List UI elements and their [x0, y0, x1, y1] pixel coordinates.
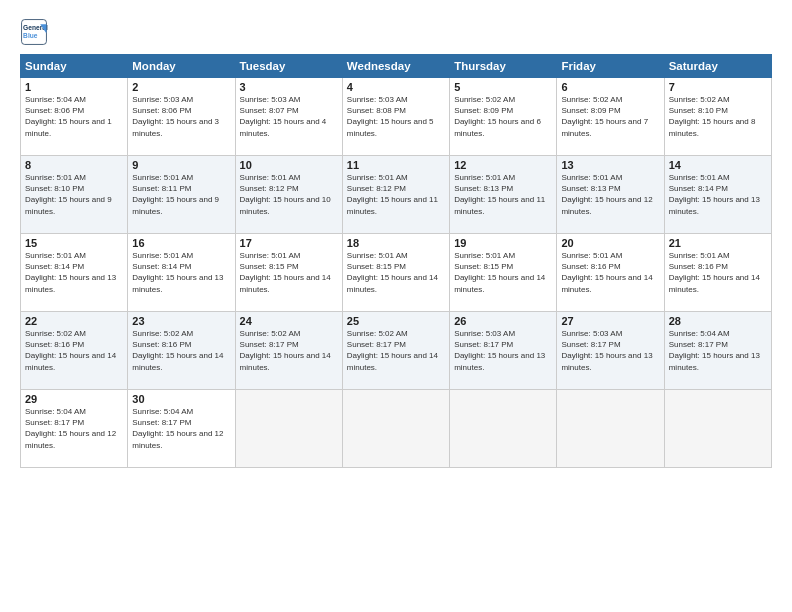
calendar-week-row: 15 Sunrise: 5:01 AMSunset: 8:14 PMDaylig…: [21, 234, 772, 312]
calendar-week-row: 29 Sunrise: 5:04 AMSunset: 8:17 PMDaylig…: [21, 390, 772, 468]
day-info: Sunrise: 5:01 AMSunset: 8:16 PMDaylight:…: [561, 251, 652, 294]
day-number: 9: [132, 159, 230, 171]
day-number: 28: [669, 315, 767, 327]
calendar-cell: 24 Sunrise: 5:02 AMSunset: 8:17 PMDaylig…: [235, 312, 342, 390]
weekday-header: Tuesday: [235, 55, 342, 78]
day-info: Sunrise: 5:02 AMSunset: 8:10 PMDaylight:…: [669, 95, 756, 138]
day-number: 30: [132, 393, 230, 405]
calendar-cell: 8 Sunrise: 5:01 AMSunset: 8:10 PMDayligh…: [21, 156, 128, 234]
day-number: 3: [240, 81, 338, 93]
day-info: Sunrise: 5:03 AMSunset: 8:06 PMDaylight:…: [132, 95, 219, 138]
day-number: 14: [669, 159, 767, 171]
day-number: 17: [240, 237, 338, 249]
calendar-cell: 3 Sunrise: 5:03 AMSunset: 8:07 PMDayligh…: [235, 78, 342, 156]
day-info: Sunrise: 5:01 AMSunset: 8:10 PMDaylight:…: [25, 173, 112, 216]
day-info: Sunrise: 5:03 AMSunset: 8:17 PMDaylight:…: [454, 329, 545, 372]
calendar-cell: 1 Sunrise: 5:04 AMSunset: 8:06 PMDayligh…: [21, 78, 128, 156]
weekday-header-row: SundayMondayTuesdayWednesdayThursdayFrid…: [21, 55, 772, 78]
day-number: 29: [25, 393, 123, 405]
weekday-header: Wednesday: [342, 55, 449, 78]
day-info: Sunrise: 5:01 AMSunset: 8:12 PMDaylight:…: [347, 173, 438, 216]
calendar-cell: 12 Sunrise: 5:01 AMSunset: 8:13 PMDaylig…: [450, 156, 557, 234]
calendar-cell: 15 Sunrise: 5:01 AMSunset: 8:14 PMDaylig…: [21, 234, 128, 312]
day-info: Sunrise: 5:01 AMSunset: 8:14 PMDaylight:…: [25, 251, 116, 294]
calendar-cell: 7 Sunrise: 5:02 AMSunset: 8:10 PMDayligh…: [664, 78, 771, 156]
day-info: Sunrise: 5:01 AMSunset: 8:16 PMDaylight:…: [669, 251, 760, 294]
calendar-cell: 20 Sunrise: 5:01 AMSunset: 8:16 PMDaylig…: [557, 234, 664, 312]
day-info: Sunrise: 5:01 AMSunset: 8:14 PMDaylight:…: [132, 251, 223, 294]
calendar-cell: 25 Sunrise: 5:02 AMSunset: 8:17 PMDaylig…: [342, 312, 449, 390]
day-number: 7: [669, 81, 767, 93]
weekday-header: Friday: [557, 55, 664, 78]
calendar-cell: 21 Sunrise: 5:01 AMSunset: 8:16 PMDaylig…: [664, 234, 771, 312]
day-number: 16: [132, 237, 230, 249]
day-number: 20: [561, 237, 659, 249]
calendar-cell: [235, 390, 342, 468]
day-number: 11: [347, 159, 445, 171]
day-number: 6: [561, 81, 659, 93]
calendar-cell: 28 Sunrise: 5:04 AMSunset: 8:17 PMDaylig…: [664, 312, 771, 390]
day-number: 26: [454, 315, 552, 327]
calendar-cell: 10 Sunrise: 5:01 AMSunset: 8:12 PMDaylig…: [235, 156, 342, 234]
svg-text:Blue: Blue: [23, 32, 38, 39]
day-info: Sunrise: 5:04 AMSunset: 8:06 PMDaylight:…: [25, 95, 112, 138]
calendar-cell: [664, 390, 771, 468]
day-info: Sunrise: 5:03 AMSunset: 8:08 PMDaylight:…: [347, 95, 434, 138]
day-info: Sunrise: 5:02 AMSunset: 8:09 PMDaylight:…: [454, 95, 541, 138]
day-info: Sunrise: 5:02 AMSunset: 8:16 PMDaylight:…: [132, 329, 223, 372]
day-info: Sunrise: 5:03 AMSunset: 8:07 PMDaylight:…: [240, 95, 327, 138]
calendar-cell: 17 Sunrise: 5:01 AMSunset: 8:15 PMDaylig…: [235, 234, 342, 312]
day-number: 24: [240, 315, 338, 327]
calendar-cell: 30 Sunrise: 5:04 AMSunset: 8:17 PMDaylig…: [128, 390, 235, 468]
day-number: 10: [240, 159, 338, 171]
day-number: 19: [454, 237, 552, 249]
day-info: Sunrise: 5:04 AMSunset: 8:17 PMDaylight:…: [669, 329, 760, 372]
day-number: 25: [347, 315, 445, 327]
day-info: Sunrise: 5:01 AMSunset: 8:11 PMDaylight:…: [132, 173, 219, 216]
day-info: Sunrise: 5:01 AMSunset: 8:15 PMDaylight:…: [240, 251, 331, 294]
calendar-cell: 11 Sunrise: 5:01 AMSunset: 8:12 PMDaylig…: [342, 156, 449, 234]
calendar-cell: 18 Sunrise: 5:01 AMSunset: 8:15 PMDaylig…: [342, 234, 449, 312]
calendar-cell: 9 Sunrise: 5:01 AMSunset: 8:11 PMDayligh…: [128, 156, 235, 234]
day-number: 4: [347, 81, 445, 93]
calendar-table: SundayMondayTuesdayWednesdayThursdayFrid…: [20, 54, 772, 468]
calendar-cell: 26 Sunrise: 5:03 AMSunset: 8:17 PMDaylig…: [450, 312, 557, 390]
day-info: Sunrise: 5:02 AMSunset: 8:17 PMDaylight:…: [347, 329, 438, 372]
weekday-header: Thursday: [450, 55, 557, 78]
calendar-cell: 16 Sunrise: 5:01 AMSunset: 8:14 PMDaylig…: [128, 234, 235, 312]
calendar-cell: 2 Sunrise: 5:03 AMSunset: 8:06 PMDayligh…: [128, 78, 235, 156]
day-info: Sunrise: 5:02 AMSunset: 8:16 PMDaylight:…: [25, 329, 116, 372]
day-number: 2: [132, 81, 230, 93]
day-number: 23: [132, 315, 230, 327]
weekday-header: Monday: [128, 55, 235, 78]
calendar-cell: [342, 390, 449, 468]
page: General Blue SundayMondayTuesdayWednesda…: [0, 0, 792, 612]
calendar-cell: 13 Sunrise: 5:01 AMSunset: 8:13 PMDaylig…: [557, 156, 664, 234]
day-number: 8: [25, 159, 123, 171]
logo-icon: General Blue: [20, 18, 48, 46]
day-number: 12: [454, 159, 552, 171]
calendar-cell: 19 Sunrise: 5:01 AMSunset: 8:15 PMDaylig…: [450, 234, 557, 312]
day-info: Sunrise: 5:01 AMSunset: 8:15 PMDaylight:…: [347, 251, 438, 294]
day-number: 21: [669, 237, 767, 249]
calendar-week-row: 22 Sunrise: 5:02 AMSunset: 8:16 PMDaylig…: [21, 312, 772, 390]
calendar-cell: 29 Sunrise: 5:04 AMSunset: 8:17 PMDaylig…: [21, 390, 128, 468]
day-info: Sunrise: 5:02 AMSunset: 8:09 PMDaylight:…: [561, 95, 648, 138]
calendar-cell: 6 Sunrise: 5:02 AMSunset: 8:09 PMDayligh…: [557, 78, 664, 156]
day-number: 27: [561, 315, 659, 327]
day-number: 18: [347, 237, 445, 249]
calendar-cell: 14 Sunrise: 5:01 AMSunset: 8:14 PMDaylig…: [664, 156, 771, 234]
calendar-cell: 5 Sunrise: 5:02 AMSunset: 8:09 PMDayligh…: [450, 78, 557, 156]
day-number: 15: [25, 237, 123, 249]
day-info: Sunrise: 5:01 AMSunset: 8:13 PMDaylight:…: [454, 173, 545, 216]
day-info: Sunrise: 5:01 AMSunset: 8:15 PMDaylight:…: [454, 251, 545, 294]
day-info: Sunrise: 5:04 AMSunset: 8:17 PMDaylight:…: [132, 407, 223, 450]
day-info: Sunrise: 5:01 AMSunset: 8:12 PMDaylight:…: [240, 173, 331, 216]
day-info: Sunrise: 5:03 AMSunset: 8:17 PMDaylight:…: [561, 329, 652, 372]
day-info: Sunrise: 5:01 AMSunset: 8:14 PMDaylight:…: [669, 173, 760, 216]
calendar-cell: [557, 390, 664, 468]
logo: General Blue: [20, 18, 48, 46]
day-info: Sunrise: 5:04 AMSunset: 8:17 PMDaylight:…: [25, 407, 116, 450]
header: General Blue: [20, 18, 772, 46]
calendar-cell: 22 Sunrise: 5:02 AMSunset: 8:16 PMDaylig…: [21, 312, 128, 390]
